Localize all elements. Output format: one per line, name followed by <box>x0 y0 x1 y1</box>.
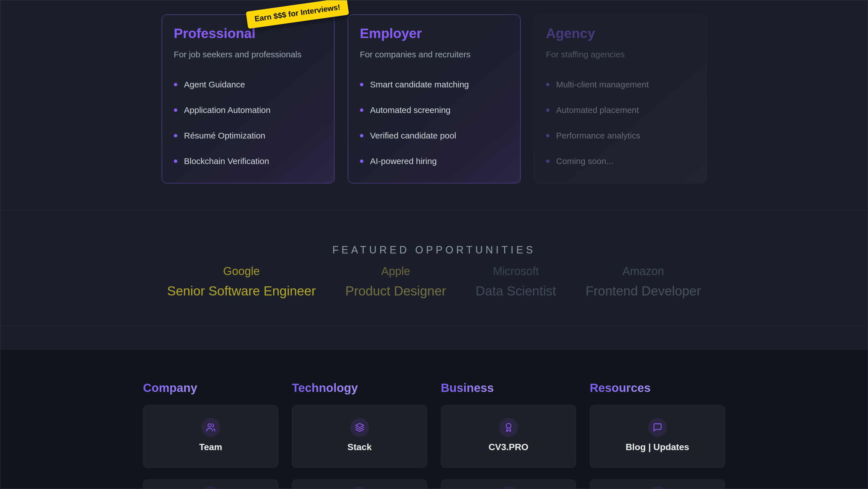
opportunity-company: Apple <box>381 264 410 278</box>
footer-column-resources: Resources Blog | Updates <box>590 381 725 489</box>
users-icon <box>206 423 216 432</box>
plan-feature-label: AI-powered hiring <box>370 156 437 166</box>
bullet-dot-icon <box>360 83 363 86</box>
plan-feature-label: Blockchain Verification <box>184 156 269 166</box>
plan-feature: Application Automation <box>174 105 322 115</box>
footer-link-team[interactable]: Team <box>143 405 278 468</box>
plan-subtitle: For companies and recruiters <box>360 50 508 59</box>
footer-column-header: Resources <box>590 381 651 395</box>
plan-feature-label: Application Automation <box>184 105 271 115</box>
plan-feature-label: Verified candidate pool <box>370 131 457 141</box>
plan-title: Employer <box>360 26 508 41</box>
opportunity-role: Frontend Developer <box>586 284 701 298</box>
plan-subtitle: For staffing agencies <box>546 50 694 59</box>
plan-feature: Multi-client management <box>546 80 694 89</box>
bullet-dot-icon <box>174 160 177 163</box>
plan-feature-label: Automated screening <box>370 105 451 115</box>
plan-feature: Performance analytics <box>546 131 694 141</box>
site-footer: Company Team Technology Stack <box>0 350 868 489</box>
plan-feature-label: Agent Guidance <box>184 80 245 89</box>
bullet-dot-icon <box>360 108 363 112</box>
footer-link-cv3pro[interactable]: CV3.PRO <box>441 405 576 468</box>
plan-title: Agency <box>546 26 694 41</box>
section-spacer <box>0 325 868 350</box>
icon-circle <box>499 418 518 437</box>
message-icon <box>653 423 662 432</box>
opportunity-item: Amazon Frontend Developer <box>586 264 701 298</box>
bullet-dot-icon <box>174 108 177 112</box>
footer-link-card-partial[interactable] <box>292 479 427 489</box>
footer-link-card-partial[interactable] <box>590 479 725 489</box>
footer-link-blog[interactable]: Blog | Updates <box>590 405 725 468</box>
icon-circle <box>350 418 369 437</box>
featured-section-title: FEATURED OPPORTUNITIES <box>0 244 868 256</box>
plan-feature: Coming soon... <box>546 156 694 166</box>
bullet-dot-icon <box>174 134 177 137</box>
footer-column-header: Company <box>143 381 197 395</box>
footer-column-technology: Technology Stack <box>292 381 427 489</box>
bullet-dot-icon <box>546 160 550 163</box>
opportunity-role: Product Designer <box>345 284 446 298</box>
footer-grid: Company Team Technology Stack <box>143 381 725 489</box>
plan-feature: Automated placement <box>546 105 694 115</box>
plan-card-agency: Agency For staffing agencies Multi-clien… <box>534 15 707 183</box>
icon-circle <box>648 418 667 437</box>
opportunity-item: Microsoft Data Scientist <box>476 264 556 298</box>
bullet-dot-icon <box>174 83 177 86</box>
icon-circle <box>202 418 220 437</box>
plan-feature: AI-powered hiring <box>360 156 508 166</box>
footer-link-card-partial[interactable] <box>441 479 576 489</box>
plan-feature-list: Multi-client management Automated placem… <box>546 80 694 166</box>
opportunity-item: Google Senior Software Engineer <box>167 264 316 298</box>
featured-opportunities-section: FEATURED OPPORTUNITIES Google Senior Sof… <box>0 210 868 325</box>
plan-feature-label: Coming soon... <box>556 156 614 166</box>
plan-feature: Verified candidate pool <box>360 131 508 141</box>
bullet-dot-icon <box>546 134 550 137</box>
plan-subtitle: For job seekers and professionals <box>174 50 322 59</box>
plan-card-professional[interactable]: Earn $$$ for Interviews! Professional Fo… <box>162 15 335 183</box>
bullet-dot-icon <box>360 134 363 137</box>
plan-feature: Résumé Optimization <box>174 131 322 141</box>
plan-feature-label: Smart candidate matching <box>370 80 469 89</box>
earnings-promo-badge: Earn $$$ for Interviews! <box>246 0 349 29</box>
plan-card-employer[interactable]: Employer For companies and recruiters Sm… <box>348 15 521 183</box>
plan-feature-label: Automated placement <box>556 105 639 115</box>
plan-feature: Automated screening <box>360 105 508 115</box>
footer-column-header: Business <box>441 381 494 395</box>
bullet-dot-icon <box>546 108 550 112</box>
layers-icon <box>355 423 365 432</box>
icon-circle <box>202 486 220 489</box>
footer-column-header: Technology <box>292 381 358 395</box>
plan-feature-list: Smart candidate matching Automated scree… <box>360 80 508 166</box>
opportunity-item: Apple Product Designer <box>345 264 446 298</box>
plan-title: Professional <box>174 26 322 41</box>
plan-feature: Smart candidate matching <box>360 80 508 89</box>
plan-feature-label: Performance analytics <box>556 131 641 141</box>
opportunity-role: Senior Software Engineer <box>167 284 316 298</box>
plan-feature-label: Résumé Optimization <box>184 131 266 141</box>
pricing-section: Earn $$$ for Interviews! Professional Fo… <box>0 0 868 210</box>
icon-circle <box>350 486 369 489</box>
pricing-cards-row: Earn $$$ for Interviews! Professional Fo… <box>0 0 868 183</box>
footer-link-label: CV3.PRO <box>489 442 528 452</box>
plan-feature: Agent Guidance <box>174 80 322 89</box>
footer-link-label: Team <box>199 442 222 452</box>
footer-link-label: Stack <box>347 442 372 452</box>
footer-link-card-partial[interactable] <box>143 479 278 489</box>
bullet-dot-icon <box>360 160 363 163</box>
footer-link-label: Blog | Updates <box>625 442 689 452</box>
plan-feature-label: Multi-client management <box>556 80 649 89</box>
opportunity-company: Amazon <box>622 264 664 278</box>
plan-feature: Blockchain Verification <box>174 156 322 166</box>
footer-column-company: Company Team <box>143 381 278 489</box>
award-icon <box>504 423 514 432</box>
opportunity-company: Microsoft <box>493 264 539 278</box>
icon-circle <box>648 486 667 489</box>
plan-feature-list: Agent Guidance Application Automation Ré… <box>174 80 322 166</box>
opportunity-role: Data Scientist <box>476 284 556 298</box>
opportunity-company: Google <box>223 264 260 278</box>
footer-link-stack[interactable]: Stack <box>292 405 427 468</box>
icon-circle <box>499 486 518 489</box>
opportunities-carousel: Google Senior Software Engineer Apple Pr… <box>0 264 868 298</box>
bullet-dot-icon <box>546 83 550 86</box>
